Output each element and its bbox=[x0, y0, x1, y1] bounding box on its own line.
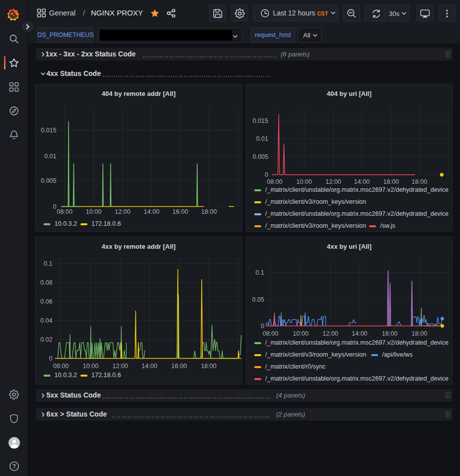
svg-text:0.005: 0.005 bbox=[253, 153, 268, 160]
svg-text:0.1: 0.1 bbox=[44, 260, 52, 267]
svg-text:0.02: 0.02 bbox=[40, 336, 52, 343]
svg-text:0.01: 0.01 bbox=[256, 135, 268, 142]
svg-text:12:00: 12:00 bbox=[323, 330, 338, 337]
svg-text:10:00: 10:00 bbox=[296, 178, 312, 185]
svg-text:0.005: 0.005 bbox=[41, 177, 56, 184]
svg-text:0.06: 0.06 bbox=[40, 298, 52, 305]
svg-text:0: 0 bbox=[265, 171, 268, 178]
svg-text:08:00: 08:00 bbox=[53, 363, 68, 370]
svg-text:18:00: 18:00 bbox=[201, 208, 217, 215]
svg-text:18:00: 18:00 bbox=[412, 178, 427, 185]
svg-text:14:00: 14:00 bbox=[144, 208, 159, 215]
svg-text:16:00: 16:00 bbox=[383, 178, 399, 185]
svg-text:18:00: 18:00 bbox=[201, 363, 216, 370]
svg-text:?: ? bbox=[12, 463, 15, 470]
svg-text:0.015: 0.015 bbox=[41, 127, 56, 134]
svg-text:0.1: 0.1 bbox=[256, 269, 264, 276]
svg-text:10:00: 10:00 bbox=[86, 208, 101, 215]
svg-text:16:00: 16:00 bbox=[382, 330, 398, 337]
svg-text:14:00: 14:00 bbox=[142, 363, 157, 370]
svg-text:0.01: 0.01 bbox=[44, 153, 56, 160]
svg-text:08:00: 08:00 bbox=[267, 178, 282, 185]
svg-text:14:00: 14:00 bbox=[354, 178, 370, 185]
svg-text:0: 0 bbox=[49, 355, 52, 362]
svg-text:08:00: 08:00 bbox=[263, 330, 278, 337]
svg-text:0: 0 bbox=[53, 203, 56, 210]
svg-text:14:00: 14:00 bbox=[352, 330, 367, 337]
svg-text:12:00: 12:00 bbox=[112, 363, 128, 370]
svg-text:10:00: 10:00 bbox=[83, 363, 98, 370]
svg-text:18:00: 18:00 bbox=[412, 330, 427, 337]
svg-text:0.015: 0.015 bbox=[253, 117, 268, 124]
svg-text:08:00: 08:00 bbox=[57, 208, 72, 215]
svg-text:0.05: 0.05 bbox=[252, 296, 264, 303]
svg-text:12:00: 12:00 bbox=[326, 178, 341, 185]
svg-text:12:00: 12:00 bbox=[115, 208, 130, 215]
svg-text:10:00: 10:00 bbox=[293, 330, 308, 337]
svg-text:0: 0 bbox=[261, 323, 264, 330]
svg-text:16:00: 16:00 bbox=[172, 208, 188, 215]
svg-text:0.04: 0.04 bbox=[40, 317, 52, 324]
svg-text:0.08: 0.08 bbox=[40, 279, 52, 286]
svg-text:16:00: 16:00 bbox=[171, 363, 187, 370]
